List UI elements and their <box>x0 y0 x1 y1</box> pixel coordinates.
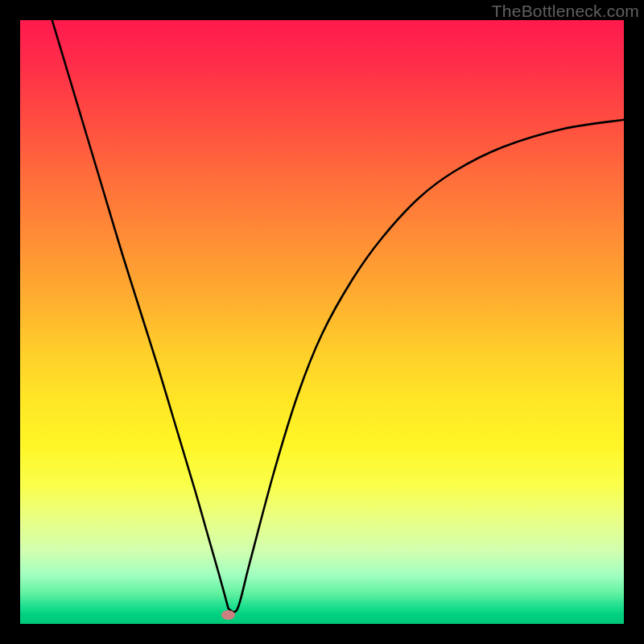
watermark-text: TheBottleneck.com <box>492 2 639 21</box>
optimal-point-marker <box>221 610 235 620</box>
chart-frame: TheBottleneck.com <box>0 0 644 644</box>
curve-layer <box>20 20 624 624</box>
plot-area <box>20 20 624 624</box>
bottleneck-curve <box>52 20 624 612</box>
